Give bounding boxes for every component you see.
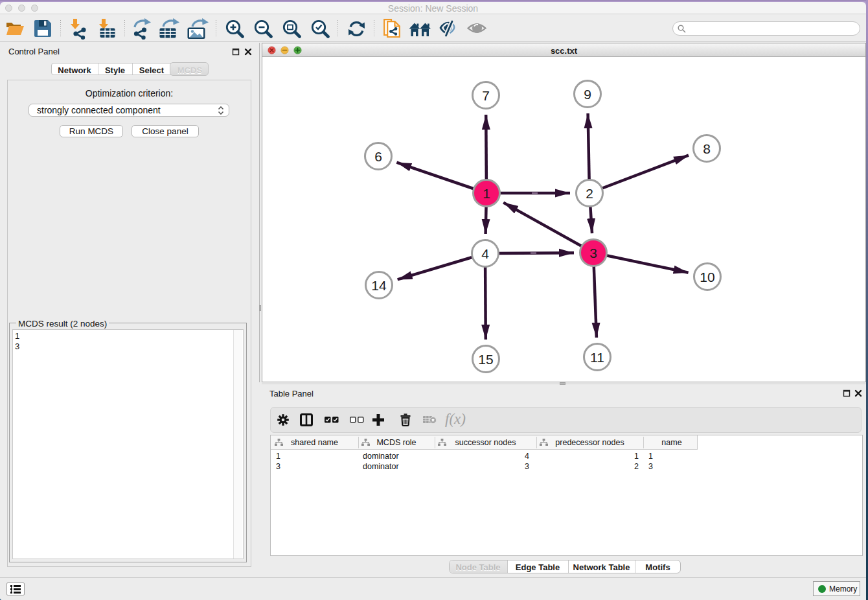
svg-text:11: 11 xyxy=(590,350,604,365)
svg-text:4: 4 xyxy=(481,246,489,261)
svg-text:7: 7 xyxy=(482,88,490,103)
svg-text:1: 1 xyxy=(483,186,490,201)
svg-text:3: 3 xyxy=(589,246,597,260)
svg-text:15: 15 xyxy=(478,352,493,367)
svg-text:14: 14 xyxy=(371,278,387,293)
svg-text:2: 2 xyxy=(586,186,593,201)
svg-text:9: 9 xyxy=(584,87,591,102)
svg-text:8: 8 xyxy=(703,141,711,156)
svg-text:10: 10 xyxy=(700,270,714,284)
svg-text:6: 6 xyxy=(374,149,382,164)
